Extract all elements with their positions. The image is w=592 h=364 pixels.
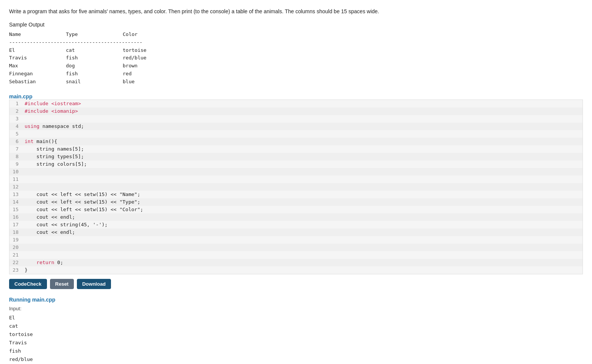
cell-color: tortoise	[123, 47, 180, 54]
code-line[interactable]: 23}	[9, 266, 583, 274]
line-content: string names[5];	[23, 145, 583, 153]
table-row: Sebastian snail blue	[9, 78, 583, 86]
input-line: fish	[9, 347, 583, 355]
cell-type: fish	[66, 70, 123, 78]
line-content: using namespace std;	[23, 123, 583, 130]
codecheck-button[interactable]: CodeCheck	[9, 279, 47, 289]
code-line[interactable]: 19	[9, 236, 583, 244]
cell-name: Travis	[9, 54, 66, 62]
col-header-name: Name	[9, 31, 66, 39]
code-line[interactable]: 17 cout << string(45, '-');	[9, 221, 583, 229]
line-content: return 0;	[23, 259, 583, 266]
sample-output-label: Sample Output	[9, 22, 583, 28]
line-content: string types[5];	[23, 153, 583, 160]
cell-type: snail	[66, 78, 123, 86]
code-line[interactable]: 3	[9, 115, 583, 123]
table-row: Finnegan fish red	[9, 70, 583, 78]
line-number: 10	[9, 168, 23, 176]
code-line[interactable]: 22 return 0;	[9, 259, 583, 266]
code-line[interactable]: 14 cout << left << setw(15) << "Type";	[9, 198, 583, 206]
code-line[interactable]: 15 cout << left << setw(15) << "Color";	[9, 206, 583, 213]
code-line[interactable]: 21	[9, 251, 583, 259]
cell-color: blue	[123, 78, 180, 86]
code-editor[interactable]: 1#include <iostream>2#include <iomanip>3…	[9, 100, 583, 274]
input-line: tortoise	[9, 330, 583, 339]
input-line: cat	[9, 322, 583, 330]
cell-name: El	[9, 47, 66, 54]
line-number: 23	[9, 266, 23, 274]
code-line[interactable]: 9 string colors[5];	[9, 160, 583, 168]
line-content: cout << string(45, '-');	[23, 221, 583, 229]
input-line: red/blue	[9, 355, 583, 364]
running-title: Running main.cpp	[9, 297, 583, 303]
cell-name: Sebastian	[9, 78, 66, 86]
line-content: cout << endl;	[23, 213, 583, 221]
line-content: string colors[5];	[23, 160, 583, 168]
table-row: Max dog brown	[9, 62, 583, 70]
code-line[interactable]: 7 string names[5];	[9, 145, 583, 153]
line-number: 22	[9, 259, 23, 266]
code-line[interactable]: 11	[9, 176, 583, 183]
input-line: El	[9, 314, 583, 322]
line-content: int main(){	[23, 138, 583, 145]
line-content: cout << left << setw(15) << "Color";	[23, 206, 583, 213]
code-line[interactable]: 20	[9, 244, 583, 251]
line-number: 14	[9, 198, 23, 206]
code-line[interactable]: 13 cout << left << setw(15) << "Name";	[9, 191, 583, 198]
line-number: 21	[9, 251, 23, 259]
button-row: CodeCheck Reset Download	[9, 279, 583, 289]
line-content: cout << endl;	[23, 229, 583, 236]
cell-name: Finnegan	[9, 70, 66, 78]
line-content: }	[23, 266, 583, 274]
code-line[interactable]: 18 cout << endl;	[9, 229, 583, 236]
sample-output-table: Name Type Color ------------------------…	[9, 31, 583, 86]
code-line[interactable]: 4using namespace std;	[9, 123, 583, 130]
line-number: 12	[9, 183, 23, 191]
line-number: 3	[9, 115, 23, 123]
line-number: 11	[9, 176, 23, 183]
line-number: 17	[9, 221, 23, 229]
line-number: 20	[9, 244, 23, 251]
code-line[interactable]: 2#include <iomanip>	[9, 107, 583, 115]
code-line[interactable]: 16 cout << endl;	[9, 213, 583, 221]
table-divider: ----------------------------------------…	[9, 39, 583, 47]
line-content: cout << left << setw(15) << "Type";	[23, 198, 583, 206]
line-number: 8	[9, 153, 23, 160]
cell-color: brown	[123, 62, 180, 70]
code-line[interactable]: 8 string types[5];	[9, 153, 583, 160]
line-number: 7	[9, 145, 23, 153]
line-number: 15	[9, 206, 23, 213]
line-number: 16	[9, 213, 23, 221]
table-header-row: Name Type Color	[9, 31, 583, 39]
table-row: El cat tortoise	[9, 47, 583, 54]
table-row: Travis fish red/blue	[9, 54, 583, 62]
problem-description: Write a program that asks for five anima…	[9, 8, 583, 16]
file-link[interactable]: main.cpp	[9, 93, 32, 100]
line-content: cout << left << setw(15) << "Name";	[23, 191, 583, 198]
code-line[interactable]: 6int main(){	[9, 138, 583, 145]
line-content: #include <iostream>	[23, 100, 583, 107]
line-number: 13	[9, 191, 23, 198]
col-header-type: Type	[66, 31, 123, 39]
code-line[interactable]: 5	[9, 130, 583, 138]
line-number: 1	[9, 100, 23, 107]
code-line[interactable]: 10	[9, 168, 583, 176]
line-number: 4	[9, 123, 23, 130]
download-button[interactable]: Download	[77, 279, 111, 289]
input-data: ElcattortoiseTravisfishred/blueMaxdogbro…	[9, 314, 583, 364]
code-line[interactable]: 12	[9, 183, 583, 191]
cell-color: red	[123, 70, 180, 78]
input-label: Input:	[9, 306, 583, 311]
cell-type: dog	[66, 62, 123, 70]
cell-type: fish	[66, 54, 123, 62]
line-number: 6	[9, 138, 23, 145]
reset-button[interactable]: Reset	[50, 279, 74, 289]
col-header-color: Color	[123, 31, 180, 39]
line-number: 18	[9, 229, 23, 236]
line-number: 19	[9, 236, 23, 244]
cell-color: red/blue	[123, 54, 180, 62]
line-content: #include <iomanip>	[23, 107, 583, 115]
line-number: 2	[9, 107, 23, 115]
code-line[interactable]: 1#include <iostream>	[9, 100, 583, 107]
input-line: Travis	[9, 339, 583, 347]
